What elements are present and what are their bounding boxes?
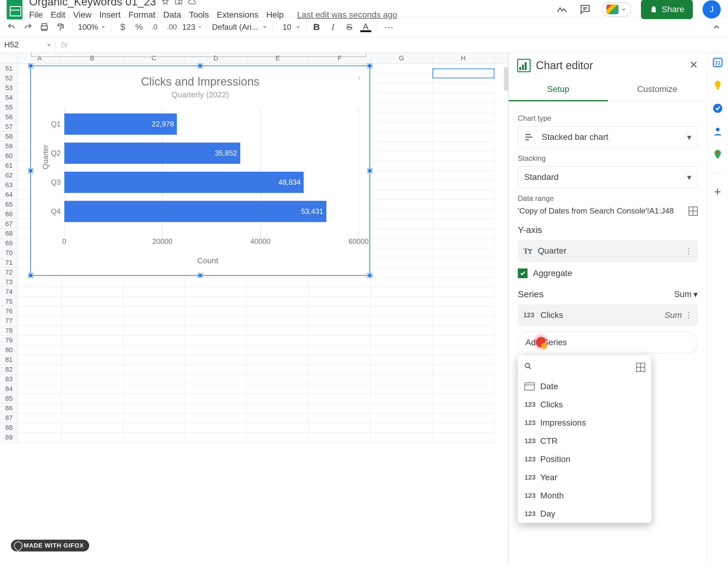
column-header[interactable]: H: [433, 53, 494, 63]
cell[interactable]: [371, 73, 433, 83]
cell[interactable]: [185, 423, 247, 432]
row-header[interactable]: 68: [0, 229, 18, 238]
column-header[interactable]: F: [309, 53, 371, 63]
cell[interactable]: [247, 345, 309, 355]
row-header[interactable]: 71: [0, 258, 18, 268]
cell[interactable]: [309, 277, 371, 287]
cell[interactable]: [309, 394, 371, 403]
zoom-select[interactable]: 100%: [78, 22, 106, 32]
search-icon[interactable]: [524, 362, 532, 372]
cell[interactable]: [247, 277, 309, 287]
cell[interactable]: [247, 374, 309, 384]
row-header[interactable]: 57: [0, 122, 18, 132]
cell[interactable]: [309, 403, 371, 413]
cell[interactable]: [247, 355, 309, 365]
contacts-app-icon[interactable]: [711, 125, 724, 138]
cell[interactable]: [371, 180, 433, 190]
cell[interactable]: [247, 326, 309, 336]
cell[interactable]: [371, 403, 433, 413]
cell[interactable]: [18, 384, 61, 394]
select-range-icon[interactable]: [636, 363, 645, 372]
row-header[interactable]: 75: [0, 297, 18, 307]
cell[interactable]: [247, 432, 309, 442]
cell[interactable]: [309, 384, 371, 394]
cell[interactable]: [433, 122, 494, 132]
row-header[interactable]: 81: [0, 355, 18, 365]
cell[interactable]: [185, 287, 247, 297]
cell[interactable]: [18, 423, 61, 432]
cell[interactable]: [433, 103, 494, 112]
cell[interactable]: [123, 316, 185, 326]
cell[interactable]: [433, 403, 494, 413]
cell[interactable]: [61, 423, 123, 432]
keep-app-icon[interactable]: [711, 79, 724, 91]
cell[interactable]: [433, 326, 494, 336]
cell[interactable]: [309, 297, 371, 307]
cell[interactable]: [309, 336, 371, 345]
series-option[interactable]: 123Position: [518, 450, 651, 468]
row-header[interactable]: 67: [0, 219, 18, 229]
menu-help[interactable]: Help: [266, 10, 284, 20]
cell[interactable]: [18, 355, 61, 365]
column-header[interactable]: B: [61, 53, 123, 63]
move-icon[interactable]: [175, 0, 183, 6]
cell[interactable]: [18, 326, 61, 336]
cell[interactable]: [61, 345, 123, 355]
cell[interactable]: [18, 297, 61, 307]
cell[interactable]: [433, 316, 494, 326]
cell[interactable]: [61, 326, 123, 336]
row-header[interactable]: 69: [0, 238, 18, 248]
cell[interactable]: [433, 190, 494, 200]
cell[interactable]: [309, 423, 371, 432]
cell[interactable]: [371, 365, 433, 374]
cell[interactable]: [185, 336, 247, 345]
row-header[interactable]: 82: [0, 365, 18, 374]
cell[interactable]: [433, 73, 494, 83]
row-header[interactable]: 86: [0, 403, 18, 413]
cell[interactable]: [433, 394, 494, 403]
sheets-logo[interactable]: [4, 0, 25, 20]
menu-format[interactable]: Format: [129, 10, 156, 20]
series-option[interactable]: Date: [518, 377, 651, 396]
menu-insert[interactable]: Insert: [100, 10, 121, 20]
cell[interactable]: [371, 374, 433, 384]
calendar-app-icon[interactable]: 31: [711, 56, 724, 69]
cell[interactable]: [247, 413, 309, 423]
cell[interactable]: [433, 355, 494, 365]
chart-type-select[interactable]: Stacked bar chart ▾: [518, 126, 698, 148]
cell[interactable]: [371, 297, 433, 307]
series-option[interactable]: 123Month: [518, 486, 651, 505]
cell[interactable]: [433, 423, 494, 432]
checkbox-checked-icon[interactable]: [518, 268, 527, 278]
row-header[interactable]: 55: [0, 103, 18, 112]
row-header[interactable]: 59: [0, 141, 18, 151]
cell[interactable]: [61, 316, 123, 326]
y-axis-field[interactable]: Tᴛ Quarter ⋮: [518, 240, 698, 262]
cell[interactable]: [371, 83, 433, 93]
cell[interactable]: [123, 355, 185, 365]
row-header[interactable]: 87: [0, 413, 18, 423]
cell[interactable]: [18, 345, 61, 355]
select-all-corner[interactable]: [0, 53, 18, 63]
cell[interactable]: [371, 64, 433, 73]
cell[interactable]: [123, 287, 185, 297]
cell[interactable]: [433, 336, 494, 345]
cell[interactable]: [371, 287, 433, 297]
cell[interactable]: [371, 122, 433, 132]
cell[interactable]: [371, 355, 433, 365]
cell[interactable]: [18, 403, 61, 413]
cell[interactable]: [185, 384, 247, 394]
cell[interactable]: [185, 374, 247, 384]
cell[interactable]: [371, 219, 433, 229]
cell[interactable]: [18, 277, 61, 287]
row-header[interactable]: 88: [0, 423, 18, 432]
cell[interactable]: [433, 345, 494, 355]
row-header[interactable]: 52: [0, 73, 18, 83]
print-button[interactable]: [38, 21, 50, 33]
cell[interactable]: [123, 432, 185, 442]
cell[interactable]: [185, 355, 247, 365]
cell[interactable]: [371, 248, 433, 258]
column-header[interactable]: E: [247, 53, 309, 63]
cell[interactable]: [61, 384, 123, 394]
tab-customize[interactable]: Customize: [608, 78, 707, 101]
